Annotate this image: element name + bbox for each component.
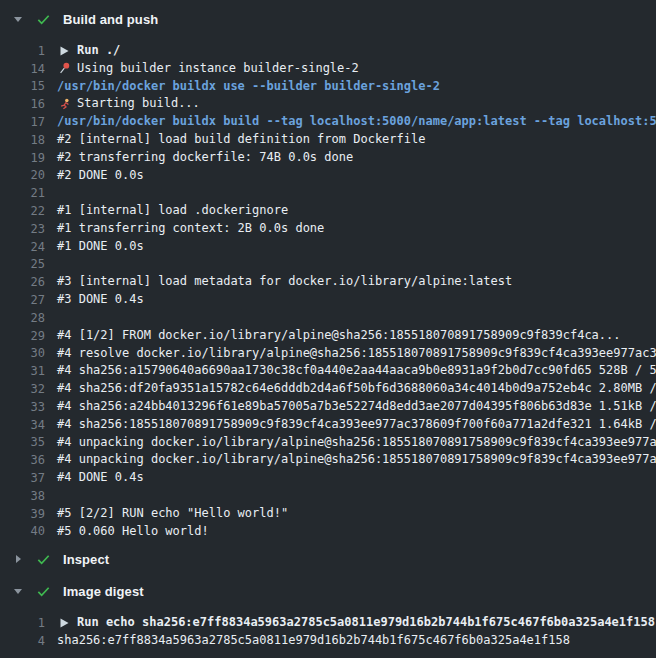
log-line[interactable]: 31#4 sha256:a15790640a6690aa1730c38cf0a4… [0, 362, 656, 380]
log-text: Using builder instance builder-single-2 [77, 60, 359, 78]
line-number[interactable]: 29 [0, 329, 57, 343]
check-icon [35, 12, 51, 27]
line-number[interactable]: 36 [0, 453, 57, 467]
line-number[interactable]: 34 [0, 418, 57, 432]
log-line[interactable]: 14Using builder instance builder-single-… [0, 60, 656, 78]
log-line[interactable]: 1Run ./ [0, 42, 656, 60]
log-line[interactable]: 23#1 transferring context: 2B 0.0s done [0, 220, 656, 238]
section-header-build-and-push[interactable]: Build and push [0, 8, 656, 30]
log-line[interactable]: 1Run echo sha256:e7ff8834a5963a2785c5a08… [0, 614, 656, 632]
line-number[interactable]: 35 [0, 435, 57, 449]
line-number[interactable]: 15 [0, 79, 57, 93]
line-number[interactable]: 23 [0, 222, 57, 236]
line-number[interactable]: 20 [0, 168, 57, 182]
log-text: #4 sha256:a15790640a6690aa1730c38cf0a440… [57, 362, 656, 380]
log-line[interactable]: 4sha256:e7ff8834a5963a2785c5a0811e979d16… [0, 632, 656, 650]
chevron-down-icon[interactable] [10, 586, 26, 596]
line-number[interactable]: 19 [0, 151, 57, 165]
line-number[interactable]: 38 [0, 489, 57, 503]
log-text: #4 DONE 0.4s [57, 469, 144, 487]
section-title: Inspect [63, 552, 109, 567]
workflow-log-viewer: Build and push1Run ./14Using builder ins… [0, 0, 656, 658]
log-text: #4 unpacking docker.io/library/alpine@sh… [57, 451, 656, 469]
line-number[interactable]: 30 [0, 346, 57, 360]
log-text: /usr/bin/docker buildx build --tag local… [57, 113, 656, 131]
log-line[interactable]: 19#2 transferring dockerfile: 74B 0.0s d… [0, 149, 656, 167]
log-section-image-digest: Image digest1Run echo sha256:e7ff8834a59… [0, 580, 656, 650]
chevron-right-icon[interactable] [10, 554, 26, 564]
line-number[interactable]: 32 [0, 382, 57, 396]
log-line[interactable]: 39#5 [2/2] RUN echo "Hello world!" [0, 505, 656, 523]
log-line[interactable]: 34#4 sha256:185518070891758909c9f839cf4c… [0, 416, 656, 434]
log-text: #2 [internal] load build definition from… [57, 131, 425, 149]
line-number[interactable]: 27 [0, 293, 57, 307]
line-number[interactable]: 1 [0, 44, 57, 58]
runner-icon [57, 97, 71, 111]
line-number[interactable]: 24 [0, 240, 57, 254]
log-line[interactable]: 36#4 unpacking docker.io/library/alpine@… [0, 451, 656, 469]
log-text: #3 [internal] load metadata for docker.i… [57, 273, 512, 291]
log-line[interactable]: 18#2 [internal] load build definition fr… [0, 131, 656, 149]
log-text: #5 0.060 Hello world! [57, 523, 209, 541]
log-line[interactable]: 27#3 DONE 0.4s [0, 291, 656, 309]
log-line[interactable]: 17/usr/bin/docker buildx build --tag loc… [0, 113, 656, 131]
log-line[interactable]: 29#4 [1/2] FROM docker.io/library/alpine… [0, 327, 656, 345]
log-line[interactable]: 32#4 sha256:df20fa9351a15782c64e6dddb2d4… [0, 380, 656, 398]
play-icon[interactable] [57, 616, 71, 630]
line-number[interactable]: 4 [0, 634, 57, 648]
log-section-build-and-push: Build and push1Run ./14Using builder ins… [0, 8, 656, 540]
log-section-inspect: Inspect [0, 548, 656, 570]
line-number[interactable]: 17 [0, 115, 57, 129]
line-number[interactable]: 14 [0, 62, 57, 76]
line-number[interactable]: 1 [0, 616, 57, 630]
log-text: #1 [internal] load .dockerignore [57, 202, 288, 220]
section-title: Build and push [63, 12, 158, 27]
line-number[interactable]: 21 [0, 186, 57, 200]
section-header-inspect[interactable]: Inspect [0, 548, 656, 570]
log-line[interactable]: 35#4 unpacking docker.io/library/alpine@… [0, 434, 656, 452]
log-line[interactable]: 15/usr/bin/docker buildx use --builder b… [0, 78, 656, 96]
chevron-down-icon[interactable] [10, 14, 26, 24]
log-line[interactable]: 16Starting build... [0, 95, 656, 113]
log-line[interactable]: 22#1 [internal] load .dockerignore [0, 202, 656, 220]
log-text: #1 transferring context: 2B 0.0s done [57, 220, 324, 238]
log-line[interactable]: 21 [0, 184, 656, 202]
line-number[interactable]: 18 [0, 133, 57, 147]
section-title: Image digest [63, 584, 144, 599]
line-number[interactable]: 28 [0, 311, 57, 325]
line-number[interactable]: 33 [0, 400, 57, 414]
section-header-image-digest[interactable]: Image digest [0, 580, 656, 602]
log-line[interactable]: 30#4 resolve docker.io/library/alpine@sh… [0, 345, 656, 363]
line-number[interactable]: 16 [0, 97, 57, 111]
log-line[interactable]: 25 [0, 256, 656, 274]
log-line[interactable]: 24#1 DONE 0.0s [0, 238, 656, 256]
log-text: Run echo sha256:e7ff8834a5963a2785c5a081… [77, 614, 655, 632]
log-line[interactable]: 40#5 0.060 Hello world! [0, 523, 656, 541]
line-number[interactable]: 26 [0, 275, 57, 289]
log-text: #4 resolve docker.io/library/alpine@sha2… [57, 345, 656, 363]
log-text: #4 [1/2] FROM docker.io/library/alpine@s… [57, 327, 621, 345]
log-line[interactable]: 37#4 DONE 0.4s [0, 469, 656, 487]
play-icon[interactable] [57, 44, 71, 58]
line-number[interactable]: 22 [0, 204, 57, 218]
line-number[interactable]: 40 [0, 524, 57, 538]
log-text: sha256:e7ff8834a5963a2785c5a0811e979d16b… [57, 632, 570, 650]
log-line[interactable]: 28 [0, 309, 656, 327]
line-number[interactable]: 37 [0, 471, 57, 485]
log-text: #4 sha256:a24bb4013296f61e89ba57005a7b3e… [57, 398, 656, 416]
log-line[interactable]: 33#4 sha256:a24bb4013296f61e89ba57005a7b… [0, 398, 656, 416]
log-line[interactable]: 38 [0, 487, 656, 505]
line-number[interactable]: 25 [0, 257, 57, 271]
log-line[interactable]: 20#2 DONE 0.0s [0, 167, 656, 185]
log-text: #3 DONE 0.4s [57, 291, 144, 309]
line-number[interactable]: 39 [0, 507, 57, 521]
log-text: #1 DONE 0.0s [57, 238, 144, 256]
log-text: Starting build... [77, 95, 200, 113]
log-text: #2 DONE 0.0s [57, 167, 144, 185]
log-text: #4 unpacking docker.io/library/alpine@sh… [57, 434, 656, 452]
log-line[interactable]: 26#3 [internal] load metadata for docker… [0, 273, 656, 291]
line-number[interactable]: 31 [0, 364, 57, 378]
log-text: #4 sha256:185518070891758909c9f839cf4ca3… [57, 416, 656, 434]
log-text: #5 [2/2] RUN echo "Hello world!" [57, 505, 288, 523]
check-icon [35, 584, 51, 599]
